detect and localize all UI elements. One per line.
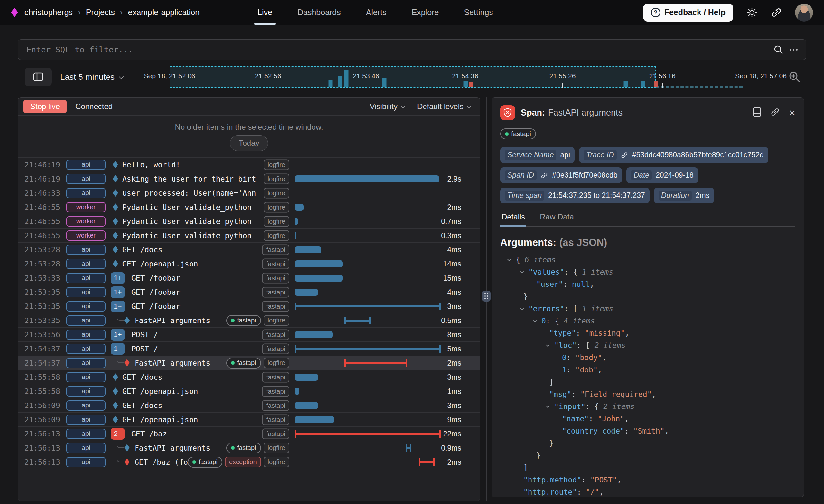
tag-fastapi[interactable]: fastapi — [262, 343, 289, 354]
sidebar-toggle-button[interactable] — [25, 68, 52, 86]
service-badge[interactable]: api — [66, 329, 106, 340]
service-badge[interactable]: worker — [66, 202, 106, 212]
time-range-select[interactable]: Last 5 minutes — [60, 66, 123, 88]
logfire-logo-icon[interactable] — [11, 8, 18, 17]
trace-row[interactable]: 21:46:19apiHello, world!logfire — [18, 158, 480, 172]
tag-fastapi[interactable]: fastapi — [262, 386, 289, 397]
service-badge[interactable]: api — [66, 457, 106, 467]
service-badge[interactable]: api — [66, 414, 106, 425]
today-button[interactable]: Today — [230, 135, 268, 151]
user-avatar[interactable] — [795, 4, 813, 21]
panel-resize-handle[interactable] — [482, 291, 491, 302]
service-badge[interactable]: api — [66, 174, 106, 184]
service-badge[interactable]: api — [66, 259, 106, 269]
collapse-chevron-icon[interactable] — [508, 258, 511, 261]
tag-logfire[interactable]: logfire — [264, 358, 289, 368]
trace-row[interactable]: 21:46:33apiuser processed: User(name='An… — [18, 186, 480, 200]
breadcrumb-item[interactable]: example-application — [128, 8, 200, 17]
close-icon[interactable]: × — [789, 107, 795, 118]
sql-filter-input[interactable] — [18, 45, 773, 55]
trace-row[interactable]: 21:55:58apiGET /openapi.jsonfastapi1ms — [18, 384, 480, 398]
trace-row[interactable]: 21:56:13apiGET /baz (fofastapiexceptionl… — [18, 455, 480, 469]
trace-row[interactable]: 21:46:19apiAsking the user for their bir… — [18, 172, 480, 186]
tag-fastapi[interactable]: fastapi — [262, 273, 289, 283]
link-icon[interactable] — [621, 151, 628, 159]
nav-tab-dashboards[interactable]: Dashboards — [297, 0, 341, 25]
service-badge[interactable]: worker — [66, 230, 106, 241]
trace-row[interactable]: 21:56:13apiFastAPI argumentsfastapilogfi… — [18, 440, 480, 455]
tag-logfire[interactable]: logfire — [264, 315, 289, 326]
service-badge[interactable]: api — [66, 160, 106, 170]
stop-live-button[interactable]: Stop live — [23, 100, 67, 113]
service-badge[interactable]: worker — [66, 216, 106, 226]
tag-logfire[interactable]: logfire — [264, 442, 289, 453]
tag-fastapi[interactable]: fastapi — [262, 259, 289, 269]
tag-logfire[interactable]: logfire — [264, 188, 289, 198]
trace-row[interactable]: 21:53:28apiGET /docsfastapi4ms — [18, 242, 480, 257]
tag-fastapi[interactable]: fastapi — [262, 329, 289, 340]
collapse-chevron-icon[interactable] — [521, 307, 523, 310]
service-badge[interactable]: api — [66, 188, 106, 198]
trace-row[interactable]: 21:54:37apiFastAPI argumentsfastapilogfi… — [18, 356, 480, 370]
tag-fastapi[interactable]: fastapi — [226, 442, 261, 453]
tag-fastapi[interactable]: fastapi — [262, 428, 289, 439]
trace-row[interactable]: 21:46:55workerPydantic User validate_pyt… — [18, 214, 480, 228]
trace-row[interactable]: 21:53:28apiGET /openapi.jsonfastapi14ms — [18, 257, 480, 271]
tag-logfire[interactable]: logfire — [264, 159, 289, 170]
copy-link-icon[interactable] — [770, 107, 780, 118]
service-badge[interactable]: api — [66, 386, 106, 397]
dock-panel-icon[interactable] — [753, 107, 761, 118]
share-link-icon[interactable] — [770, 7, 782, 18]
tag-fastapi[interactable]: fastapi — [262, 287, 289, 297]
service-badge[interactable]: api — [66, 344, 106, 354]
service-tag[interactable]: fastapi — [500, 128, 536, 139]
tag-fastapi[interactable]: fastapi — [188, 457, 222, 468]
tab-details[interactable]: Details — [502, 212, 525, 226]
timeline-selection[interactable] — [170, 66, 656, 88]
child-count-badge[interactable]: 1+ — [111, 272, 125, 284]
tag-fastapi[interactable]: fastapi — [262, 301, 289, 312]
tag-logfire[interactable]: logfire — [264, 216, 289, 226]
tag-fastapi[interactable]: fastapi — [226, 358, 261, 369]
service-badge[interactable]: api — [66, 443, 106, 453]
service-badge[interactable]: api — [66, 400, 106, 411]
service-badge[interactable]: api — [66, 315, 106, 326]
nav-tab-alerts[interactable]: Alerts — [366, 0, 387, 25]
trace-row[interactable]: 21:55:58apiGET /docsfastapi3ms — [18, 370, 480, 384]
breadcrumb-item[interactable]: Projects — [86, 8, 115, 17]
default-levels-dropdown[interactable]: Default levels — [417, 102, 470, 111]
tag-logfire[interactable]: logfire — [264, 230, 289, 241]
tag-fastapi[interactable]: fastapi — [262, 414, 289, 425]
breadcrumb-item[interactable]: christophergs — [24, 8, 73, 17]
trace-row[interactable]: 21:53:33api1+GET /foobarfastapi15ms — [18, 271, 480, 285]
service-badge[interactable]: api — [66, 244, 106, 255]
tag-fastapi[interactable]: fastapi — [262, 372, 289, 382]
service-badge[interactable]: api — [66, 301, 106, 312]
feedback-help-button[interactable]: ? Feedback / Help — [643, 4, 733, 21]
link-icon[interactable] — [540, 172, 548, 179]
trace-row[interactable]: 21:46:55workerPydantic User validate_pyt… — [18, 200, 480, 214]
trace-row[interactable]: 21:46:55workerPydantic User validate_pyt… — [18, 228, 480, 242]
trace-row[interactable]: 21:53:35apiFastAPI argumentsfastapilogfi… — [18, 313, 480, 327]
more-options-icon[interactable] — [790, 49, 798, 51]
zoom-in-icon[interactable] — [788, 70, 801, 85]
trace-row[interactable]: 21:53:56api1+POST /fastapi8ms — [18, 327, 480, 341]
trace-row[interactable]: 21:56:09apiGET /docsfastapi3ms — [18, 398, 480, 412]
trace-row[interactable]: 21:56:09apiGET /openapi.jsonfastapi9ms — [18, 412, 480, 426]
timeline-strip[interactable]: Sep 18, 21:52:0621:52:5621:53:4621:54:36… — [145, 66, 777, 88]
service-badge[interactable]: api — [66, 358, 106, 368]
collapse-chevron-icon[interactable] — [534, 319, 536, 322]
tag-fastapi[interactable]: fastapi — [262, 400, 289, 411]
search-icon[interactable] — [773, 44, 784, 55]
visibility-dropdown[interactable]: Visibility — [370, 102, 404, 111]
child-count-badge[interactable]: 1+ — [111, 286, 125, 298]
tag-logfire[interactable]: logfire — [264, 457, 289, 467]
child-count-badge[interactable]: 1+ — [111, 329, 125, 340]
trace-row[interactable]: 21:54:37api1−POST /fastapi5ms — [18, 341, 480, 356]
service-badge[interactable]: api — [66, 273, 106, 283]
tag-fastapi[interactable]: fastapi — [226, 315, 261, 326]
service-badge[interactable]: api — [66, 372, 106, 382]
tag-logfire[interactable]: logfire — [264, 174, 289, 184]
collapse-chevron-icon[interactable] — [546, 344, 549, 346]
service-badge[interactable]: api — [66, 287, 106, 297]
